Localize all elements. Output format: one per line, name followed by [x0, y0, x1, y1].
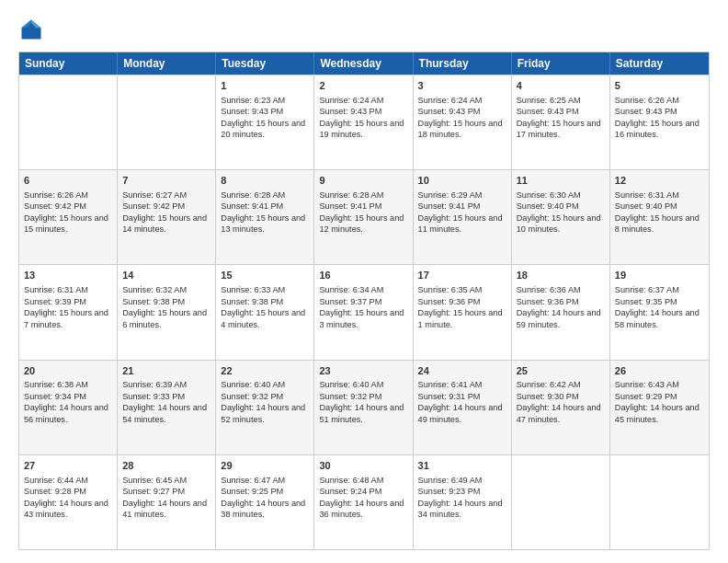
calendar-cell: 18Sunrise: 6:36 AMSunset: 9:36 PMDayligh…	[512, 265, 610, 359]
sunrise-text: Sunrise: 6:31 AM	[24, 285, 88, 294]
logo	[18, 17, 48, 42]
header-cell-saturday: Saturday	[610, 52, 709, 75]
header-cell-tuesday: Tuesday	[216, 52, 314, 75]
calendar-cell: 13Sunrise: 6:31 AMSunset: 9:39 PMDayligh…	[19, 265, 118, 359]
day-number: 30	[319, 459, 407, 473]
day-number: 26	[615, 364, 704, 378]
day-number: 18	[517, 269, 605, 282]
day-number: 12	[615, 174, 704, 188]
calendar-cell: 17Sunrise: 6:35 AMSunset: 9:36 PMDayligh…	[414, 265, 512, 359]
sunrise-text: Sunrise: 6:24 AM	[418, 96, 483, 105]
day-number: 5	[615, 79, 704, 93]
calendar-cell: 19Sunrise: 6:37 AMSunset: 9:35 PMDayligh…	[610, 265, 709, 359]
sunset-text: Sunset: 9:31 PM	[418, 392, 481, 401]
day-number: 27	[24, 459, 112, 473]
sunrise-text: Sunrise: 6:26 AM	[24, 190, 88, 200]
day-number: 10	[418, 174, 506, 188]
daylight-text: Daylight: 14 hours and 38 minutes.	[221, 499, 305, 519]
daylight-text: Daylight: 15 hours and 20 minutes.	[221, 119, 305, 139]
sunset-text: Sunset: 9:23 PM	[418, 487, 481, 496]
day-number: 7	[122, 174, 210, 188]
day-number: 2	[319, 79, 407, 93]
sunset-text: Sunset: 9:36 PM	[517, 297, 579, 306]
calendar-cell: 20Sunrise: 6:38 AMSunset: 9:34 PMDayligh…	[19, 361, 118, 454]
calendar: SundayMondayTuesdayWednesdayThursdayFrid…	[18, 52, 710, 550]
calendar-cell	[512, 455, 610, 549]
day-number: 17	[418, 269, 506, 282]
sunset-text: Sunset: 9:43 PM	[517, 107, 579, 116]
daylight-text: Daylight: 15 hours and 17 minutes.	[517, 119, 601, 139]
calendar-cell: 31Sunrise: 6:49 AMSunset: 9:23 PMDayligh…	[414, 455, 512, 549]
sunrise-text: Sunrise: 6:41 AM	[418, 380, 483, 389]
calendar-cell: 24Sunrise: 6:41 AMSunset: 9:31 PMDayligh…	[414, 361, 512, 454]
calendar-cell: 5Sunrise: 6:26 AMSunset: 9:43 PMDaylight…	[610, 75, 709, 169]
sunset-text: Sunset: 9:43 PM	[418, 107, 481, 116]
sunrise-text: Sunrise: 6:49 AM	[418, 476, 483, 485]
daylight-text: Daylight: 14 hours and 58 minutes.	[615, 308, 700, 328]
daylight-text: Daylight: 14 hours and 51 minutes.	[319, 403, 404, 423]
calendar-row: 6Sunrise: 6:26 AMSunset: 9:42 PMDaylight…	[19, 169, 709, 264]
sunrise-text: Sunrise: 6:35 AM	[418, 285, 483, 294]
daylight-text: Daylight: 15 hours and 1 minute.	[418, 308, 503, 328]
sunset-text: Sunset: 9:35 PM	[615, 297, 677, 306]
sunrise-text: Sunrise: 6:48 AM	[319, 476, 383, 485]
sunrise-text: Sunrise: 6:23 AM	[221, 96, 285, 105]
header-cell-monday: Monday	[118, 52, 216, 75]
daylight-text: Daylight: 15 hours and 15 minutes.	[24, 213, 108, 234]
daylight-text: Daylight: 14 hours and 56 minutes.	[24, 403, 108, 423]
calendar-cell	[118, 75, 216, 169]
calendar-cell: 11Sunrise: 6:30 AMSunset: 9:40 PMDayligh…	[512, 170, 610, 264]
calendar-cell: 8Sunrise: 6:28 AMSunset: 9:41 PMDaylight…	[216, 170, 314, 264]
daylight-text: Daylight: 15 hours and 8 minutes.	[615, 213, 700, 234]
sunset-text: Sunset: 9:37 PM	[319, 297, 381, 306]
calendar-cell: 9Sunrise: 6:28 AMSunset: 9:41 PMDaylight…	[314, 170, 413, 264]
sunset-text: Sunset: 9:30 PM	[517, 392, 579, 401]
calendar-cell: 7Sunrise: 6:27 AMSunset: 9:42 PMDaylight…	[118, 170, 216, 264]
sunset-text: Sunset: 9:38 PM	[122, 297, 185, 306]
day-number: 29	[221, 459, 309, 473]
daylight-text: Daylight: 14 hours and 43 minutes.	[24, 499, 108, 519]
calendar-cell: 29Sunrise: 6:47 AMSunset: 9:25 PMDayligh…	[216, 455, 314, 549]
day-number: 8	[221, 174, 309, 188]
sunrise-text: Sunrise: 6:44 AM	[24, 476, 88, 485]
sunset-text: Sunset: 9:39 PM	[24, 297, 86, 306]
sunset-text: Sunset: 9:40 PM	[615, 201, 677, 211]
day-number: 9	[319, 174, 407, 188]
calendar-row: 27Sunrise: 6:44 AMSunset: 9:28 PMDayligh…	[19, 454, 709, 549]
sunset-text: Sunset: 9:43 PM	[319, 107, 381, 116]
sunrise-text: Sunrise: 6:36 AM	[517, 285, 581, 294]
sunrise-text: Sunrise: 6:26 AM	[615, 96, 679, 105]
calendar-cell: 15Sunrise: 6:33 AMSunset: 9:38 PMDayligh…	[216, 265, 314, 359]
daylight-text: Daylight: 14 hours and 41 minutes.	[122, 499, 207, 519]
sunset-text: Sunset: 9:33 PM	[122, 392, 185, 401]
sunset-text: Sunset: 9:38 PM	[221, 297, 283, 306]
day-number: 20	[24, 364, 112, 378]
daylight-text: Daylight: 15 hours and 10 minutes.	[517, 213, 601, 234]
daylight-text: Daylight: 14 hours and 36 minutes.	[319, 499, 404, 519]
sunrise-text: Sunrise: 6:39 AM	[122, 380, 187, 389]
day-number: 14	[122, 269, 210, 282]
daylight-text: Daylight: 14 hours and 52 minutes.	[221, 403, 305, 423]
sunrise-text: Sunrise: 6:32 AM	[122, 285, 187, 294]
sunset-text: Sunset: 9:41 PM	[221, 201, 283, 211]
day-number: 19	[615, 269, 704, 282]
daylight-text: Daylight: 14 hours and 49 minutes.	[418, 403, 503, 423]
day-number: 23	[319, 364, 407, 378]
header-cell-thursday: Thursday	[414, 52, 512, 75]
day-number: 6	[24, 174, 112, 188]
day-number: 24	[418, 364, 506, 378]
sunset-text: Sunset: 9:32 PM	[319, 392, 381, 401]
calendar-cell: 25Sunrise: 6:42 AMSunset: 9:30 PMDayligh…	[512, 361, 610, 454]
day-number: 16	[319, 269, 407, 282]
header-cell-wednesday: Wednesday	[314, 52, 413, 75]
sunset-text: Sunset: 9:42 PM	[122, 201, 185, 211]
calendar-cell: 6Sunrise: 6:26 AMSunset: 9:42 PMDaylight…	[19, 170, 118, 264]
day-number: 15	[221, 269, 309, 282]
sunset-text: Sunset: 9:41 PM	[418, 201, 481, 211]
header	[18, 17, 710, 42]
daylight-text: Daylight: 15 hours and 7 minutes.	[24, 308, 108, 328]
sunset-text: Sunset: 9:42 PM	[24, 201, 86, 211]
sunset-text: Sunset: 9:25 PM	[221, 487, 283, 496]
sunrise-text: Sunrise: 6:34 AM	[319, 285, 383, 294]
daylight-text: Daylight: 15 hours and 11 minutes.	[418, 213, 503, 234]
